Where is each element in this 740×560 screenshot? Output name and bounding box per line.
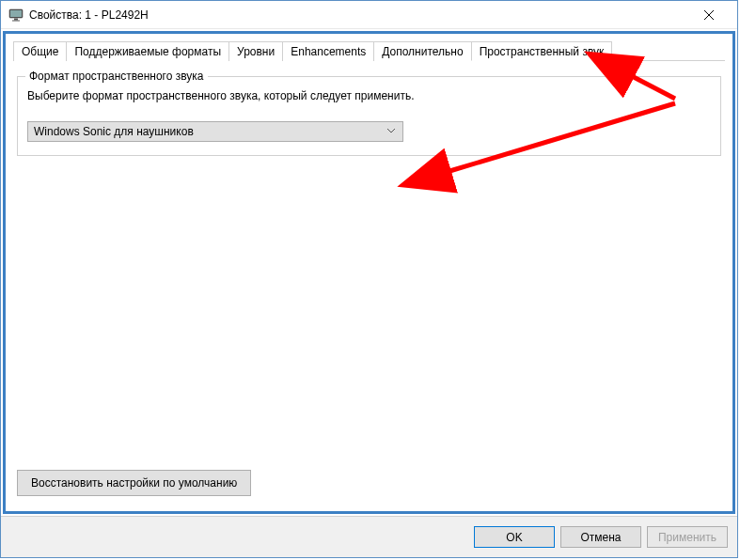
tab-label: Уровни	[237, 45, 275, 58]
group-title: Формат пространственного звука	[25, 70, 208, 83]
tab-supported-formats[interactable]: Поддерживаемые форматы	[66, 41, 229, 61]
tab-label: Enhancements	[291, 45, 366, 58]
button-label: Восстановить настройки по умолчанию	[31, 476, 237, 490]
monitor-icon	[8, 8, 24, 22]
button-label: OK	[506, 531, 522, 544]
spatial-format-group: Формат пространственного звука Выберите …	[17, 76, 721, 156]
dropdown-value: Windows Sonic для наушников	[34, 125, 384, 138]
tab-label: Общие	[22, 45, 58, 58]
properties-dialog: Свойства: 1 - PL2492H Общие Поддерживаем…	[0, 0, 738, 558]
tab-spatial-sound[interactable]: Пространственный звук	[471, 41, 613, 61]
button-label: Применить	[658, 531, 716, 544]
tab-label: Дополнительно	[382, 45, 463, 58]
spatial-format-dropdown[interactable]: Windows Sonic для наушников	[27, 121, 403, 142]
tab-general[interactable]: Общие	[13, 41, 67, 61]
tab-content: Формат пространственного звука Выберите …	[13, 61, 725, 504]
tab-enhancements[interactable]: Enhancements	[282, 41, 374, 61]
restore-defaults-button[interactable]: Восстановить настройки по умолчанию	[17, 470, 251, 496]
dialog-body: Общие Поддерживаемые форматы Уровни Enha…	[3, 31, 735, 514]
titlebar: Свойства: 1 - PL2492H	[1, 1, 737, 29]
tab-advanced[interactable]: Дополнительно	[373, 41, 471, 61]
svg-rect-1	[10, 10, 22, 17]
svg-rect-2	[14, 18, 18, 20]
group-description: Выберите формат пространственного звука,…	[27, 88, 711, 104]
apply-button: Применить	[647, 526, 728, 548]
cancel-button[interactable]: Отмена	[560, 526, 641, 548]
tab-label: Пространственный звук	[480, 45, 605, 58]
button-label: Отмена	[580, 531, 621, 544]
ok-button[interactable]: OK	[474, 526, 555, 548]
tab-levels[interactable]: Уровни	[228, 41, 283, 61]
window-title: Свойства: 1 - PL2492H	[29, 8, 687, 22]
chevron-down-icon	[384, 129, 399, 133]
svg-rect-3	[12, 20, 20, 21]
tab-strip: Общие Поддерживаемые форматы Уровни Enha…	[13, 41, 725, 61]
close-button[interactable]	[687, 2, 730, 28]
tab-label: Поддерживаемые форматы	[74, 45, 221, 58]
dialog-footer: OK Отмена Применить	[1, 516, 737, 557]
